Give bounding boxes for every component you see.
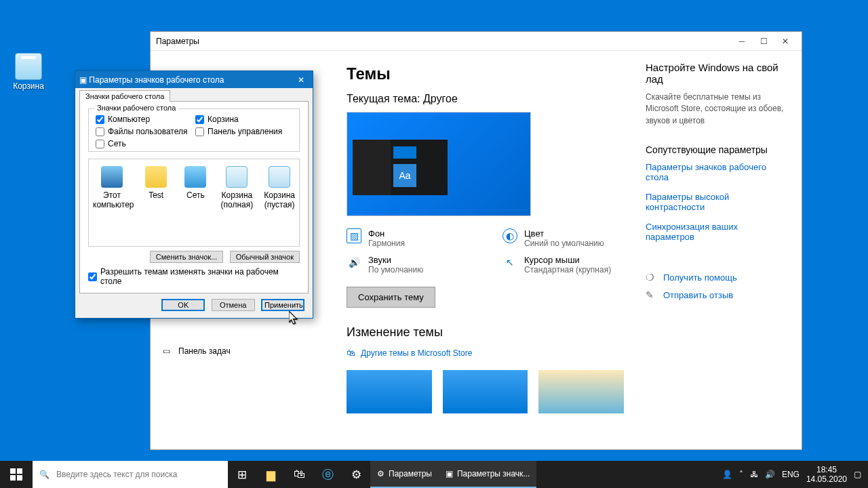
taskbar-task-settings[interactable]: ⚙Параметры (370, 461, 439, 488)
tray-up-icon[interactable]: ˄ (739, 470, 743, 479)
tray-language[interactable]: ENG (782, 470, 800, 479)
task-view-button[interactable]: ⊞ (228, 461, 256, 488)
settings-titlebar[interactable]: Параметры ─ ☐ ✕ (151, 32, 802, 51)
network-icon (184, 166, 206, 188)
settings-content: Темы Текущая тема: Другое Aa ▨ ФонГармон… (337, 51, 646, 449)
current-theme-label: Текущая тема: Другое (347, 93, 624, 105)
cancel-button[interactable]: Отмена (212, 299, 255, 311)
apply-button[interactable]: Применить (261, 299, 304, 311)
dialog-title: Параметры значков рабочего стола (89, 75, 224, 85)
customize-text: Скачайте бесплатные темы из Microsoft St… (646, 92, 785, 127)
taskbar: 🔍 Введите здесь текст для поиска ⊞ ▆ 🛍 ⓔ… (0, 461, 868, 488)
maximize-button[interactable]: ☐ (753, 32, 774, 51)
theme-thumb[interactable] (347, 370, 432, 413)
preview-tile: Aa (393, 164, 416, 187)
prop-color[interactable]: ◐ ЦветСиний по умолчанию (502, 228, 631, 248)
taskbar-icon: ▭ (163, 346, 170, 356)
search-icon: 🔍 (39, 470, 50, 479)
link-high-contrast[interactable]: Параметры высокой контрастности (646, 192, 785, 212)
desktop-recycle-bin[interactable]: Корзина (7, 53, 50, 91)
settings-title: Параметры (156, 37, 199, 46)
dialog-titlebar[interactable]: ▣ Параметры значков рабочего стола ✕ (75, 71, 313, 88)
page-title: Темы (347, 64, 624, 83)
dialog-footer: OK Отмена Применить (75, 295, 313, 318)
dialog-tab[interactable]: Значки рабочего стола (79, 90, 170, 102)
theme-thumb[interactable] (538, 370, 624, 413)
settings-right-panel: Настройте Windows на свой лад Скачайте б… (646, 51, 802, 449)
theme-thumb[interactable] (443, 370, 528, 413)
icon-item-user[interactable]: Test (142, 166, 170, 239)
svg-rect-0 (10, 468, 16, 474)
user-folder-icon (145, 166, 167, 188)
recycle-bin-icon (15, 53, 42, 80)
checkbox-network[interactable]: Сеть (96, 139, 193, 148)
theme-preview[interactable]: Aa (347, 112, 531, 216)
recycle-full-icon (226, 166, 248, 188)
customize-heading: Настройте Windows на свой лад (646, 62, 785, 85)
start-button[interactable] (0, 461, 33, 488)
search-placeholder: Введите здесь текст для поиска (56, 470, 177, 479)
gear-icon: ⚙ (377, 469, 384, 479)
palette-icon: ◐ (502, 228, 517, 243)
file-explorer-button[interactable]: ▆ (256, 461, 285, 488)
theme-thumbnails (347, 370, 624, 413)
pc-icon (101, 166, 123, 188)
prop-background[interactable]: ▨ ФонГармония (347, 228, 475, 248)
feedback-link[interactable]: ✎Отправить отзыв (646, 289, 785, 300)
save-theme-button[interactable]: Сохранить тему (347, 287, 435, 308)
recycle-empty-icon (269, 166, 290, 188)
taskbar-task-dialog[interactable]: ▣Параметры значк... (439, 461, 536, 488)
sidebar-item-label: Панель задач (178, 346, 231, 356)
desktop-icon-settings-dialog: ▣ Параметры значков рабочего стола ✕ Зна… (75, 70, 313, 319)
clock[interactable]: 18:45 14.05.2020 (806, 465, 847, 485)
change-theme-title: Изменение темы (347, 325, 624, 340)
link-desktop-icons[interactable]: Параметры значков рабочего стола (646, 162, 785, 182)
recycle-bin-label: Корзина (13, 81, 44, 91)
window-controls: ─ ☐ ✕ (731, 32, 796, 51)
checkbox-control-panel[interactable]: Панель управления (195, 127, 292, 136)
ok-button[interactable]: OK (161, 299, 205, 311)
checkbox-computer[interactable]: Компьютер (96, 115, 193, 124)
search-box[interactable]: 🔍 Введите здесь текст для поиска (33, 461, 228, 488)
help-icon: ❍ (646, 272, 656, 283)
icon-item-network[interactable]: Сеть (181, 166, 210, 239)
sidebar-item-taskbar[interactable]: ▭ Панель задач (151, 340, 337, 363)
icon-item-bin-empty[interactable]: Корзина (пустая) (264, 166, 295, 239)
link-sync[interactable]: Синхронизация ваших параметров (646, 222, 785, 242)
minimize-button[interactable]: ─ (731, 32, 753, 51)
close-button[interactable]: ✕ (774, 32, 796, 51)
cursor-icon: ↖ (502, 255, 517, 270)
feedback-icon: ✎ (646, 289, 656, 300)
icon-item-this-pc[interactable]: Этот компьютер (93, 166, 131, 239)
sound-icon: 🔊 (347, 255, 361, 270)
related-heading: Сопутствующие параметры (646, 144, 785, 155)
group-legend: Значки рабочего стола (94, 104, 178, 112)
change-icon-button[interactable]: Сменить значок... (150, 251, 224, 263)
prop-sounds[interactable]: 🔊 ЗвукиПо умолчанию (347, 255, 475, 274)
get-help-link[interactable]: ❍Получить помощь (646, 272, 785, 283)
prop-cursor[interactable]: ↖ Курсор мышиСтандартная (крупная) (502, 255, 631, 274)
tray-network-icon[interactable]: 🖧 (750, 470, 758, 479)
svg-rect-2 (10, 475, 16, 481)
tray-people-icon[interactable]: 👤 (722, 470, 732, 479)
svg-rect-1 (17, 468, 22, 474)
settings-button[interactable]: ⚙ (342, 461, 370, 488)
dialog-close-button[interactable]: ✕ (294, 74, 309, 86)
store-button[interactable]: 🛍 (285, 461, 313, 488)
checkbox-user-files[interactable]: Файлы пользователя (96, 127, 193, 136)
tray-volume-icon[interactable]: 🔊 (765, 470, 775, 479)
system-tray: 👤 ˄ 🖧 🔊 ENG 18:45 14.05.2020 ▢ (715, 461, 868, 488)
restore-default-button[interactable]: Обычный значок (230, 251, 300, 263)
svg-rect-3 (17, 475, 22, 481)
image-icon: ▨ (347, 228, 361, 243)
action-center-button[interactable]: ▢ (854, 470, 861, 479)
app-icon: ▣ (446, 469, 453, 479)
icon-item-bin-full[interactable]: Корзина (полная) (221, 166, 254, 239)
edge-button[interactable]: ⓔ (313, 461, 342, 488)
microsoft-store-link[interactable]: Другие темы в Microsoft Store (347, 348, 624, 358)
icon-preview-list[interactable]: Этот компьютер Test Сеть Корзина (полная… (88, 159, 300, 247)
desktop-icons-group: Значки рабочего стола Компьютер Корзина … (88, 108, 300, 152)
checkbox-recycle-bin[interactable]: Корзина (195, 115, 292, 124)
allow-themes-checkbox[interactable]: Разрешить темам изменять значки на рабоч… (88, 267, 300, 286)
dialog-app-icon: ▣ (79, 75, 89, 85)
